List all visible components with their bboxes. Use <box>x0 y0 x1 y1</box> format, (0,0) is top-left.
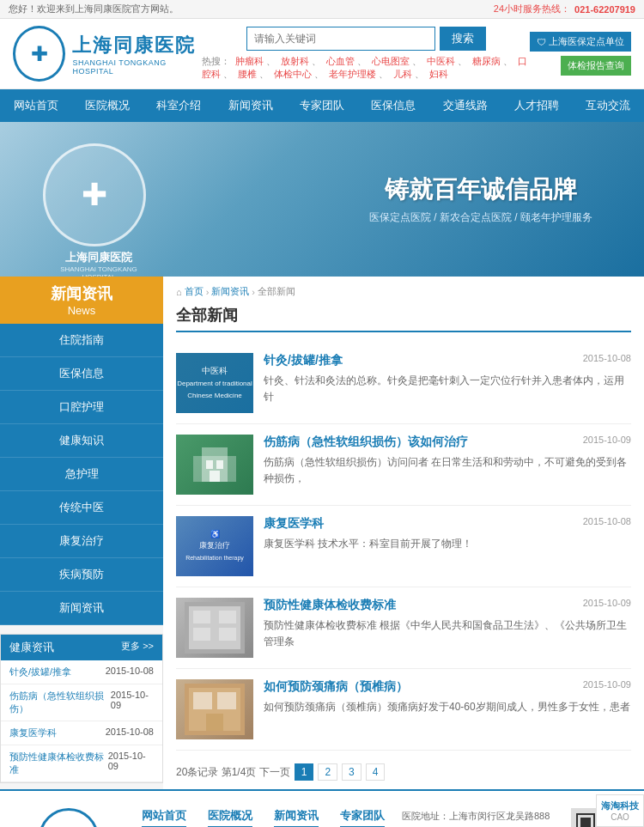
sidebar-title-en: News <box>0 304 163 317</box>
hot-link-5[interactable]: 中医科 <box>427 56 455 66</box>
hot-link-4[interactable]: 心电图室 <box>372 56 410 66</box>
nav-about[interactable]: 医院概况 <box>72 89 143 122</box>
footer-col-title-1: 网站首页 <box>142 808 186 827</box>
news-title-row-3: 康复医学科 2015-10-08 <box>264 516 631 536</box>
svg-rect-9 <box>193 628 210 641</box>
sidebar-item-prevention[interactable]: 疾病预防 <box>0 558 163 592</box>
watermark-line1: 海淘科技 <box>601 800 639 812</box>
sidebar-health-header: 健康资讯 更多 >> <box>1 635 162 660</box>
room-icon <box>185 684 245 735</box>
search-button[interactable]: 搜索 <box>440 27 486 51</box>
svg-rect-3 <box>216 460 223 469</box>
news-content-3: 康复医学科 2015-10-08 康复医学科 技术水平：科室目前开展了物理！ <box>264 516 631 576</box>
page-1[interactable]: 1 <box>295 763 314 781</box>
breadcrumb-sep1 <box>206 287 210 297</box>
header: ✚ 上海同康医院 SHANGHAI TONGKANG HOSPITAL 搜索 热… <box>0 19 644 89</box>
health-link-3[interactable]: 康复医学科 <box>9 727 57 739</box>
news-thumb-text-1: 中医科Department of traditionalChinese Medi… <box>177 365 252 401</box>
page-2[interactable]: 2 <box>318 763 337 781</box>
nav-experts[interactable]: 专家团队 <box>287 89 357 122</box>
banner-title: 铸就百年诚信品牌 <box>369 173 592 206</box>
hot-link-6[interactable]: 糖尿病 <box>472 56 501 66</box>
hot-link-8[interactable]: 腰椎 <box>238 69 257 79</box>
nav-home[interactable]: 网站首页 <box>1 89 71 122</box>
news-title-3[interactable]: 康复医学科 <box>264 516 324 532</box>
news-date-2: 2015-10-09 <box>583 435 631 445</box>
health-date-4: 2015-10-09 <box>108 751 154 776</box>
hot-link-11[interactable]: 儿科 <box>393 69 412 79</box>
sidebar-title-cn: 新闻资讯 <box>0 283 163 304</box>
watermark-line2: CAO <box>601 812 639 822</box>
hot-link-2[interactable]: 放射科 <box>281 56 309 66</box>
header-right: 🛡 上海医保定点单位 体检报告查询 <box>530 32 631 76</box>
logo-area: ✚ 上海同康医院 SHANGHAI TONGKANG HOSPITAL <box>13 26 202 82</box>
sidebar-item-insurance[interactable]: 医保信息 <box>0 357 163 391</box>
sidebar-header: 新闻资讯 News <box>0 277 163 324</box>
footer-col-title-4: 专家团队 <box>340 808 385 827</box>
footer-logo: ✚ 上海同康医院 SHANGHAI TONGKANG HOSPITAL <box>13 808 125 827</box>
main-content: ⌂ 首页 新闻资讯 全部新闻 全部新闻 中医科Department of tra… <box>163 277 644 789</box>
shield-icon: 🛡 <box>537 37 546 47</box>
news-content-4: 预防性健康体检收费标准 2015-10-09 预防性健康体检收费标准 根据《中华… <box>264 598 631 658</box>
news-content-5: 如何预防颈痛病（预椎病） 2015-10-09 如何预防颈痛病（颈椎病）颈痛病好… <box>264 679 631 739</box>
news-title-1[interactable]: 针灸/拔罐/推拿 <box>264 353 343 368</box>
sidebar-item-dental[interactable]: 口腔护理 <box>0 391 163 424</box>
page-4[interactable]: 4 <box>366 763 386 781</box>
footer-address: 医院地址：上海市闵行区龙吴路888号 <box>402 808 554 827</box>
breadcrumb-news[interactable]: 新闻资讯 <box>211 285 249 298</box>
search-input[interactable] <box>246 27 435 51</box>
footer-col-3: 新闻资讯 人才招聘 <box>274 808 319 827</box>
sidebar-menu: 住院指南 医保信息 口腔护理 健康知识 急护理 传统中医 康复治疗 疾病预防 新… <box>0 324 163 625</box>
breadcrumb: ⌂ 首页 新闻资讯 全部新闻 <box>176 285 631 298</box>
hot-link-3[interactable]: 心血管 <box>326 56 355 66</box>
logo-en: SHANGHAI TONGKANG HOSPITAL <box>72 58 202 76</box>
news-title-5[interactable]: 如何预防颈痛病（预椎病） <box>264 679 408 695</box>
banner-logo-en: SHANGHAI TONGKANG HOSPITAL <box>43 265 155 277</box>
health-link-2[interactable]: 伤筋病（急性软组织损伤） <box>9 690 111 715</box>
sidebar-item-inpatient[interactable]: 住院指南 <box>0 324 163 357</box>
nav-interaction[interactable]: 互动交流 <box>573 89 643 122</box>
sidebar-item-health-knowledge[interactable]: 健康知识 <box>0 424 163 458</box>
banner-logo-area: ✚ 上海同康医院 SHANGHAI TONGKANG HOSPITAL <box>43 143 155 255</box>
health-link-4[interactable]: 预防性健康体检收费标准 <box>9 751 108 776</box>
news-date-5: 2015-10-09 <box>583 679 631 690</box>
sidebar-item-tcm[interactable]: 传统中医 <box>0 491 163 525</box>
hot-link-1[interactable]: 肿瘤科 <box>235 56 264 66</box>
news-title-2[interactable]: 伤筋病（急性软组织损伤）该如何治疗 <box>264 435 468 450</box>
page-3[interactable]: 3 <box>342 763 361 781</box>
news-item-5: 如何预防颈痛病（预椎病） 2015-10-09 如何预防颈痛病（颈椎病）颈痛病好… <box>176 669 631 751</box>
health-link-1[interactable]: 针灸/拔罐/推拿 <box>9 666 71 678</box>
sidebar-item-nursing[interactable]: 急护理 <box>0 458 163 491</box>
svg-rect-13 <box>193 692 212 709</box>
nav-insurance[interactable]: 医保信息 <box>358 89 428 122</box>
sidebar-item-rehab[interactable]: 康复治疗 <box>0 525 163 558</box>
hot-link-12[interactable]: 妇科 <box>429 69 448 79</box>
news-item-1: 中医科Department of traditionalChinese Medi… <box>176 343 631 424</box>
health-more-link[interactable]: 更多 >> <box>121 640 154 655</box>
news-item-4: 预防性健康体检收费标准 2015-10-09 预防性健康体检收费标准 根据《中华… <box>176 587 631 669</box>
nav-recruitment[interactable]: 人才招聘 <box>501 89 572 122</box>
nav-news[interactable]: 新闻资讯 <box>216 89 286 122</box>
footer-logo-circle: ✚ <box>39 808 99 827</box>
hotline-label: 24小时服务热线： <box>494 3 570 15</box>
breadcrumb-current: 全部新闻 <box>258 285 295 298</box>
breadcrumb-home[interactable]: 首页 <box>185 285 204 298</box>
sidebar-item-news[interactable]: 新闻资讯 <box>0 592 163 625</box>
news-date-3: 2015-10-08 <box>583 516 631 526</box>
cross-icon: ✚ <box>31 42 48 66</box>
nav-directions[interactable]: 交通线路 <box>430 89 501 122</box>
banner-logo-text: 上海同康医院 <box>43 250 155 265</box>
hot-label: 热搜： <box>202 56 230 66</box>
hot-link-10[interactable]: 老年护理楼 <box>329 69 376 79</box>
greeting-text: 您好！欢迎来到上海同康医院官方网站。 <box>9 3 179 15</box>
hot-link-9[interactable]: 体检中心 <box>274 69 312 79</box>
main-nav: 网站首页 医院概况 科室介绍 新闻资讯 专家团队 医保信息 交通线路 人才招聘 … <box>0 89 644 122</box>
svg-rect-4 <box>210 471 220 482</box>
nav-departments[interactable]: 科室介绍 <box>143 89 214 122</box>
badge-check[interactable]: 体检报告查询 <box>561 56 631 76</box>
news-desc-2: 伤筋病（急性软组织损伤）访问问者 在日常生活和和劳动中，不可避免的受到各种损伤， <box>264 454 631 487</box>
home-icon: ⌂ <box>176 287 182 297</box>
footer-contact: 医院地址：上海市闵行区龙吴路888号 联系电话：021-62207919 622… <box>402 808 554 827</box>
news-title-4[interactable]: 预防性健康体检收费标准 <box>264 598 396 613</box>
hotline-number: 021-62207919 <box>574 4 635 15</box>
